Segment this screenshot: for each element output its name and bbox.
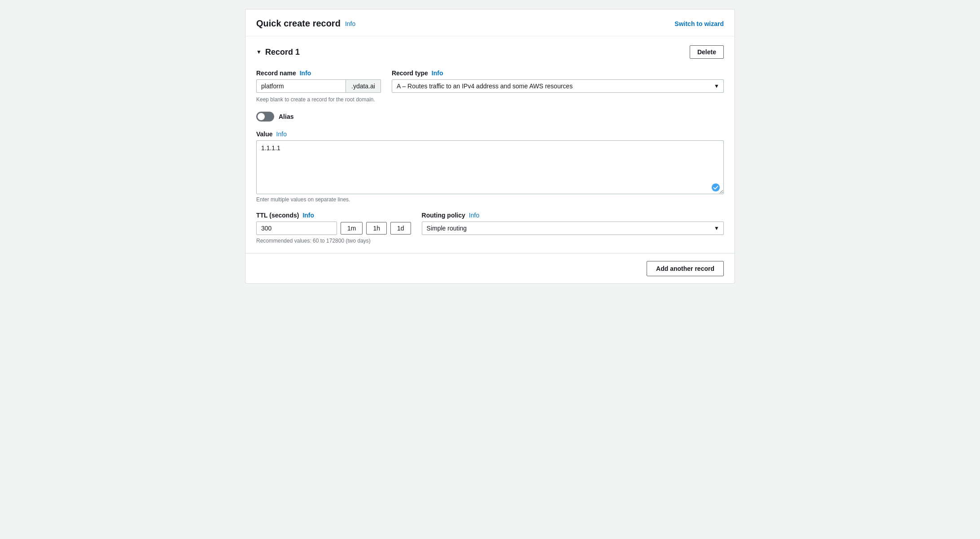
record-name-label-row: Record name Info (256, 70, 381, 77)
ttl-input[interactable] (256, 222, 337, 235)
value-info-link[interactable]: Info (276, 130, 287, 138)
record-name-label: Record name (256, 70, 296, 77)
header-info-link[interactable]: Info (345, 20, 355, 27)
value-section: Value Info Enter multiple values on sepa… (256, 130, 724, 203)
routing-policy-info-link[interactable]: Info (469, 212, 479, 219)
switch-to-wizard-link[interactable]: Switch to wizard (674, 20, 724, 27)
alias-toggle[interactable] (256, 112, 274, 122)
record-type-select-wrapper: A – Routes traffic to an IPv4 address an… (392, 79, 724, 93)
value-label-row: Value Info (256, 130, 724, 138)
page-header: Quick create record Info Switch to wizar… (245, 9, 735, 36)
value-hint: Enter multiple values on separate lines. (256, 196, 350, 203)
record-name-input-row: .ydata.ai (256, 79, 381, 93)
alias-label: Alias (279, 113, 293, 120)
record-section: ▼ Record 1 Delete Record name Info .ydat… (245, 36, 735, 253)
routing-policy-label-row: Routing policy Info (422, 212, 724, 219)
chevron-down-icon: ▼ (256, 49, 262, 55)
value-label: Value (256, 130, 273, 138)
record-type-group: Record type Info A – Routes traffic to a… (392, 70, 724, 103)
toggle-thumb (258, 113, 265, 120)
routing-policy-label: Routing policy (422, 212, 465, 219)
ttl-1h-button[interactable]: 1h (366, 222, 387, 235)
record-name-input[interactable] (256, 79, 346, 93)
value-textarea-wrapper (256, 140, 724, 196)
ttl-routing-row: TTL (seconds) Info 1m 1h 1d Recommended … (256, 212, 724, 244)
record-section-title: Record 1 (265, 48, 300, 57)
record-title-row: ▼ Record 1 (256, 48, 300, 57)
ttl-hint: Recommended values: 60 to 172800 (two da… (256, 238, 411, 244)
ttl-label-row: TTL (seconds) Info (256, 212, 411, 219)
record-name-group: Record name Info .ydata.ai Keep blank to… (256, 70, 381, 103)
alias-row: Alias (256, 112, 724, 122)
toggle-track (256, 112, 274, 122)
delete-button[interactable]: Delete (690, 45, 724, 59)
record-type-select[interactable]: A – Routes traffic to an IPv4 address an… (392, 79, 724, 93)
routing-policy-select-wrapper: Simple routingWeightedLatencyFailoverGeo… (422, 222, 724, 235)
ttl-info-link[interactable]: Info (302, 212, 314, 219)
page-title-group: Quick create record Info (256, 18, 355, 29)
record-type-label: Record type (392, 70, 428, 77)
routing-policy-select[interactable]: Simple routingWeightedLatencyFailoverGeo… (422, 222, 724, 235)
routing-policy-group: Routing policy Info Simple routingWeight… (422, 212, 724, 235)
name-type-row: Record name Info .ydata.ai Keep blank to… (256, 70, 724, 103)
value-textarea[interactable] (256, 140, 724, 194)
svg-point-0 (712, 183, 720, 191)
quick-create-record-panel: Quick create record Info Switch to wizar… (245, 9, 735, 284)
record-name-info-link[interactable]: Info (300, 70, 311, 77)
page-title: Quick create record (256, 18, 341, 29)
ttl-label: TTL (seconds) (256, 212, 299, 219)
domain-suffix: .ydata.ai (346, 79, 381, 93)
ttl-1m-button[interactable]: 1m (341, 222, 363, 235)
page-footer: Add another record (245, 253, 735, 283)
ttl-input-row: 1m 1h 1d (256, 222, 411, 235)
record-type-info-link[interactable]: Info (432, 70, 443, 77)
record-name-hint: Keep blank to create a record for the ro… (256, 96, 381, 103)
record-header: ▼ Record 1 Delete (256, 45, 724, 59)
add-another-record-button[interactable]: Add another record (647, 261, 724, 276)
record-type-label-row: Record type Info (392, 70, 724, 77)
ttl-1d-button[interactable]: 1d (390, 222, 411, 235)
validate-icon (711, 183, 720, 192)
ttl-group: TTL (seconds) Info 1m 1h 1d Recommended … (256, 212, 411, 244)
